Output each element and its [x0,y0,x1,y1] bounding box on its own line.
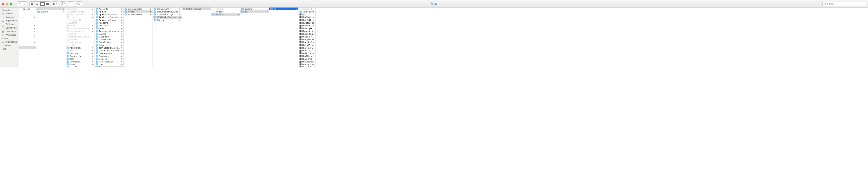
file-row[interactable]: dyld [298,13,315,16]
sidebar-item[interactable]: iCloud Drive [0,40,19,44]
file-row[interactable]: CarrierBund [298,10,315,13]
file-row[interactable]: Audio▶ [94,27,123,30]
column[interactable]: System▶usr▶ [240,7,269,67]
file-row[interactable]: Desktop▶ [65,52,94,55]
file-row[interactable]: Caches▶ [94,32,123,35]
file-row[interactable]: CallServices▶ [94,38,123,41]
file-row[interactable]: Containers▶ [94,55,123,57]
file-row[interactable]: Application Support▶ [94,16,123,19]
file-row[interactable]: iOS Device Logs▶ [153,13,182,16]
file-row[interactable]: iOS DeviceSupport▶ [153,16,182,19]
search-input[interactable] [827,2,865,5]
file-row[interactable]: libAudioStat [298,63,315,66]
action-button[interactable]: ▾ [60,1,66,6]
file-row[interactable]: DocumentationCache▶ [153,10,182,13]
file-row[interactable]: Android▶ [94,10,123,13]
file-row[interactable]: DES▶ [94,63,123,66]
file-row[interactable]: libARI.dylib [298,49,315,52]
column[interactable]: CoreSimulator▶Xcode▶XCTestDevices▶ [124,7,153,67]
file-row[interactable]: .zshrc [65,44,94,46]
file-row[interactable]: com.apple.icl….searchpartyd▶ [94,46,123,49]
file-row[interactable]: Shared▶ [36,10,65,13]
file-row[interactable]: Applications▶ [65,46,94,49]
file-row[interactable]: libAppleSSE [298,38,315,41]
file-row[interactable]: Compositions▶ [94,52,123,55]
close-button[interactable] [2,3,4,5]
column[interactable]: 13.3.1 (17D50)▶ [182,7,211,67]
file-row[interactable]: ▶ [19,24,36,27]
file-row[interactable]: .python_history [65,10,94,13]
file-row[interactable]: .zcompdump…ook Pro-5.7.1 [65,35,94,38]
sidebar-item[interactable]: Downloads [0,30,19,33]
file-row[interactable]: Application Scripts▶ [94,13,123,16]
file-row[interactable]: libATComma [298,55,315,57]
file-row[interactable]: flutter▶ [65,63,94,66]
share-button[interactable] [68,1,74,6]
file-row[interactable]: dom▶ [65,57,94,60]
file-row[interactable]: lib▶ [269,7,298,10]
file-row[interactable]: .yarnrc [65,32,94,35]
column[interactable]: Accounts▶Android▶Application Scripts▶App… [94,7,124,67]
file-row[interactable]: ▶ [19,35,36,38]
file-row[interactable]: 13.3.1 (17D50)▶ [182,7,211,10]
sidebar-item[interactable]: Desktop [0,22,19,26]
file-row[interactable]: libate.dylib [298,57,315,60]
file-row[interactable]: System▶ [240,7,269,10]
tags-button[interactable] [76,1,82,6]
zoom-button[interactable] [10,3,12,5]
file-row[interactable]: s▶ [19,16,36,19]
search-field[interactable] [823,2,866,6]
file-row[interactable]: DerivedData▶ [153,7,182,10]
file-row[interactable]: libABMCom [298,19,315,21]
file-row[interactable]: Bin▶ [65,49,94,52]
file-row[interactable]: .copied_dyl [298,7,315,10]
column[interactable]: on.icnss▶▶▶▶▶▶▶▶▶ [19,7,36,67]
view-gallery-button[interactable] [45,2,50,6]
column-browser[interactable]: on.icnss▶▶▶▶▶▶▶▶▶⌂▶Shared▶.pylint.d▶.pyt… [19,7,868,67]
file-row[interactable]: Cookies▶ [94,57,123,60]
file-row[interactable]: .ssh▶ [65,16,94,19]
sidebar-item[interactable]: Recents [0,15,19,19]
back-button[interactable] [17,2,22,6]
sidebar-item[interactable]: Documents [0,26,19,30]
file-row[interactable]: libapple_ngh [298,35,315,38]
file-row[interactable]: libafc.dylib [298,27,315,30]
file-row[interactable]: libARIServer [298,52,315,55]
file-row[interactable]: Autosave Information▶ [94,30,123,32]
file-row[interactable]: libapp_launc [298,32,315,35]
view-list-button[interactable] [35,2,40,6]
file-row[interactable]: .pylint.d▶ [65,7,94,10]
sidebar-item[interactable]: Workspace [0,33,19,37]
file-row[interactable]: Downloads▶ [65,60,94,63]
file-row[interactable]: .viminfo [65,21,94,24]
file-row[interactable]: .stCommitMsg [65,19,94,21]
file-row[interactable]: Documents▶ [65,55,94,57]
file-row[interactable]: libAccessibi [298,21,315,24]
file-row[interactable]: on.icns [19,7,36,10]
view-icon-button[interactable] [30,2,35,6]
file-row[interactable]: libAudioIssu [298,60,315,63]
file-row[interactable]: ▶ [19,21,36,24]
file-row[interactable]: Developer▶ [94,66,123,67]
minimize-button[interactable] [6,3,8,5]
column[interactable]: DerivedData▶DocumentationCache▶iOS Devic… [153,7,182,67]
file-row[interactable]: Accounts▶ [94,7,123,10]
file-row[interactable]: ▶ [19,27,36,30]
file-row[interactable]: .vscode-react-native▶ [65,27,94,30]
file-row[interactable]: libamsuppo [298,30,315,32]
file-row[interactable]: usr▶ [240,10,269,13]
arrange-button[interactable]: ▾ [52,1,58,6]
file-row[interactable]: Assistant▶ [94,21,123,24]
file-row[interactable]: XCTestDevices▶ [124,13,153,16]
column[interactable]: ⌂▶Shared▶ [36,7,65,67]
file-row[interactable]: ▶ [19,30,36,32]
forward-button[interactable] [22,2,28,6]
file-row[interactable]: libacmobiles [298,24,315,27]
file-row[interactable]: libABMCom [298,16,315,19]
file-row[interactable]: Colors▶ [94,44,123,46]
file-row[interactable]: UserData▶ [153,19,182,21]
column[interactable]: .finalizedInfo.plistSymbols▶ [211,7,240,67]
view-column-button[interactable] [40,2,45,6]
sidebar-item[interactable]: Applications [0,19,19,22]
file-row[interactable]: .zprofile [65,38,94,41]
